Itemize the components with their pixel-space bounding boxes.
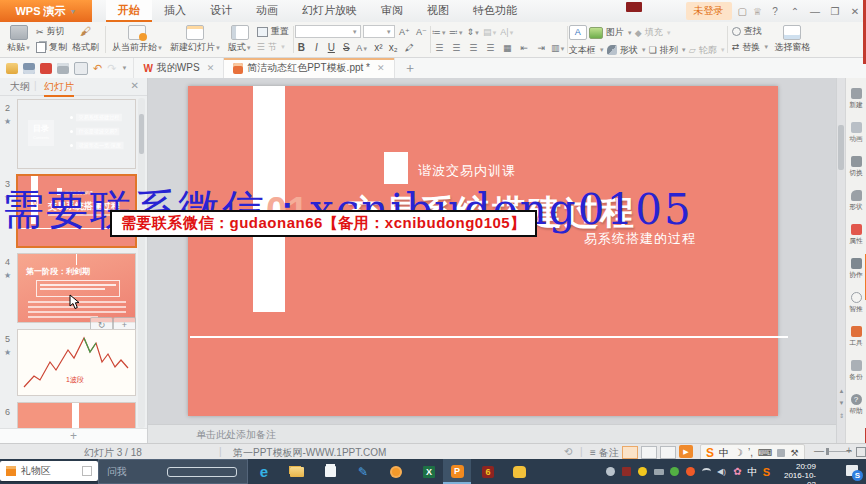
open-icon[interactable] (6, 63, 18, 74)
tool-shapes[interactable]: 形状 (846, 190, 866, 213)
tab-start[interactable]: 开始 (106, 0, 152, 22)
tab-review[interactable]: 审阅 (369, 0, 415, 22)
slide-canvas[interactable]: 01 谐波交易内训课 交易系统搭建过程 易系统搭建的过程 (188, 86, 778, 416)
export-pdf-icon[interactable] (40, 63, 52, 74)
tray-sogou[interactable]: S (759, 459, 774, 484)
ime-lang-icon[interactable]: 中 (719, 446, 729, 460)
tool-tools[interactable]: 工具 (846, 326, 866, 349)
slide-thumbnail-2[interactable]: 目录 Contents 交易系统搭建过程 什么是谐波交易? 谐波形态一览·深度 (18, 100, 135, 168)
fill-button[interactable]: ◆填充▼ (635, 26, 672, 40)
tab-special-features[interactable]: 特色功能 (461, 0, 529, 22)
taskbar-edge[interactable]: e (250, 459, 278, 484)
reading-view-icon[interactable] (660, 446, 676, 459)
outline-tab[interactable]: 大纲 (10, 80, 30, 94)
slide-thumbnail-6[interactable] (18, 403, 135, 428)
bold-button[interactable]: B (295, 42, 308, 53)
editor-scrollbar[interactable]: ▲ ▼ ⇕ (836, 78, 845, 443)
taskbar-excel[interactable]: X (415, 459, 443, 484)
zoom-out-icon[interactable]: — (814, 445, 824, 456)
tool-backup[interactable]: 备份 (846, 360, 866, 383)
highlight-button[interactable]: 🖍 (402, 43, 417, 53)
tab-view[interactable]: 视图 (415, 0, 461, 22)
increase-indent-icon[interactable]: ⇥ (534, 43, 549, 53)
taskbar-player[interactable]: 6 (474, 459, 502, 484)
taskbar-wps[interactable]: P (443, 459, 471, 484)
login-button[interactable]: 未登录 (686, 2, 732, 20)
ime-skin-icon[interactable] (777, 449, 785, 457)
panel-scrollbar[interactable] (138, 98, 145, 428)
history-icon[interactable]: ⟲ (564, 446, 572, 457)
replace-button[interactable]: ⇄替换▼ (732, 40, 770, 54)
paste-button[interactable]: 粘贴▼ (5, 24, 33, 55)
notes-placeholder[interactable]: 单击此处添加备注 (148, 424, 836, 443)
selection-pane-button[interactable]: 选择窗格 (772, 24, 812, 55)
reset-button[interactable]: 重置 (257, 25, 289, 39)
print-preview-icon[interactable] (74, 62, 88, 75)
justify-icon[interactable]: ☰ (483, 43, 498, 53)
taskbar-pet[interactable] (505, 459, 533, 484)
underline-button[interactable]: U (325, 42, 338, 53)
minimize-button[interactable]: — (808, 4, 822, 18)
tray-app-red[interactable] (619, 459, 634, 484)
doctab-home[interactable]: W 我的WPS ✕ (134, 58, 224, 78)
new-doctab-icon[interactable]: ＋ (395, 58, 426, 78)
tray-flower[interactable]: ✿ (730, 459, 745, 484)
gift-checkbox[interactable] (82, 466, 92, 476)
save-icon[interactable] (23, 63, 35, 74)
tray-user[interactable] (603, 459, 618, 484)
close-button[interactable]: ✕ (848, 4, 862, 18)
subscript-button[interactable]: x₂ (387, 42, 400, 53)
ime-halfwidth-icon[interactable]: ☽ (734, 447, 743, 458)
tray-qq[interactable] (635, 459, 650, 484)
tray-modem[interactable] (651, 459, 666, 484)
quickbar-caret-icon[interactable]: ▼ (121, 65, 127, 71)
ime-keyboard-icon[interactable]: ⌨ (758, 447, 772, 458)
sogou-icon[interactable]: S (706, 446, 714, 460)
section-button[interactable]: ☰节▼ (257, 40, 289, 54)
strikethrough-button[interactable]: S (340, 42, 353, 53)
normal-view-icon[interactable] (622, 446, 638, 459)
undo-icon[interactable]: ↶ (93, 63, 102, 74)
taskbar-search[interactable]: 问我 (98, 459, 248, 484)
tab-insert[interactable]: 插入 (152, 0, 198, 22)
format-painter-button[interactable]: 🖌 格式刷 (70, 24, 101, 55)
copy-button[interactable]: 复制 (36, 40, 67, 54)
slide-thumbnail-4[interactable]: 第一阶段：利剑期 (18, 254, 135, 322)
font-name-select[interactable]: ▼ (295, 25, 361, 38)
taskbar-clock[interactable]: 20:09 2016-10-02 (776, 462, 816, 484)
help-button[interactable]: ? (768, 4, 782, 18)
slide-divider-line[interactable] (190, 336, 788, 338)
editor-scrollbar-thumb[interactable] (838, 125, 844, 170)
slides-tab[interactable]: 幻灯片 (44, 80, 74, 97)
char-spacing-button[interactable]: A|▼ (500, 27, 515, 37)
play-from-current-button[interactable]: 从当前开始▼ (110, 24, 165, 55)
slideshow-play-button[interactable]: ▶ (679, 445, 693, 458)
tab-animation[interactable]: 动画 (244, 0, 290, 22)
font-size-select[interactable]: ▼ (363, 25, 395, 38)
zoom-in-icon[interactable]: + (846, 445, 852, 456)
gift-popup[interactable]: 礼物区 (0, 461, 98, 481)
doctab-document-close-icon[interactable]: ✕ (377, 63, 385, 73)
taskbar-orange-app[interactable] (382, 459, 410, 484)
picture-button[interactable]: 图片▼ (589, 26, 633, 40)
textbox-button[interactable]: 文本框▼ (569, 43, 605, 57)
notes-toggle-button[interactable]: ≡ 备注 (590, 446, 619, 460)
arrange-button[interactable]: ❏排列▼ (649, 43, 687, 57)
tray-orange[interactable] (683, 459, 698, 484)
tool-collaboration[interactable]: 协作 (846, 258, 866, 281)
distribute-icon[interactable]: ▦ (500, 43, 515, 53)
align-left-icon[interactable]: ☰ (432, 43, 447, 53)
tool-help[interactable]: ?帮助 (846, 394, 866, 417)
tray-volume[interactable]: ◀) (714, 459, 729, 484)
print-icon[interactable] (57, 63, 69, 74)
panel-close-icon[interactable]: ✕ (131, 80, 139, 91)
store-icon[interactable]: ♕ (753, 6, 762, 17)
ime-toolbox-icon[interactable]: ⚒ (790, 448, 798, 458)
tool-smartpush[interactable]: 智推 (846, 292, 866, 315)
tray-wifi[interactable] (699, 459, 714, 484)
redo-icon[interactable]: ↷ (107, 63, 116, 74)
slide-tag-text[interactable]: 谐波交易内训课 (418, 162, 516, 180)
outline-button[interactable]: ▱轮廓▼ (689, 43, 726, 57)
app-logo[interactable]: WPS 演示 ▼ (0, 0, 92, 22)
restore-button[interactable]: ❐ (828, 4, 842, 18)
